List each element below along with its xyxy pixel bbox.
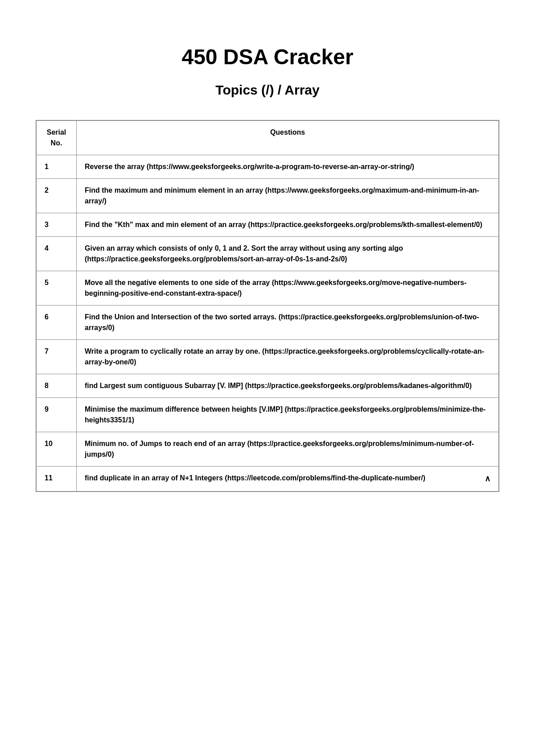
cell-question[interactable]: Find the Union and Intersection of the t… bbox=[77, 306, 499, 340]
table-row: 6Find the Union and Intersection of the … bbox=[37, 306, 499, 340]
page-title: 450 DSA Cracker bbox=[36, 45, 499, 69]
table-row: 1Reverse the array (https://www.geeksfor… bbox=[37, 155, 499, 179]
table-row: 9Minimise the maximum difference between… bbox=[37, 398, 499, 432]
table-row: 8find Largest sum contiguous Subarray [V… bbox=[37, 374, 499, 398]
cell-question[interactable]: Find the "Kth" max and min element of an… bbox=[77, 213, 499, 237]
cell-question[interactable]: find duplicate in an array of N+1 Intege… bbox=[77, 467, 499, 492]
table-header-row: Serial No. Questions bbox=[37, 121, 499, 155]
scroll-up-icon[interactable]: ∧ bbox=[485, 473, 490, 485]
cell-question[interactable]: Find the maximum and minimum element in … bbox=[77, 179, 499, 213]
cell-serial: 10 bbox=[37, 432, 77, 467]
table-row: 10Minimum no. of Jumps to reach end of a… bbox=[37, 432, 499, 467]
table-row: 4Given an array which consists of only 0… bbox=[37, 237, 499, 271]
questions-table-container: Serial No. Questions 1Reverse the array … bbox=[36, 120, 499, 492]
header-serial: Serial No. bbox=[37, 121, 77, 155]
cell-serial: 4 bbox=[37, 237, 77, 271]
cell-serial: 1 bbox=[37, 155, 77, 179]
cell-question[interactable]: Reverse the array (https://www.geeksforg… bbox=[77, 155, 499, 179]
table-row: 5Move all the negative elements to one s… bbox=[37, 271, 499, 306]
cell-question[interactable]: Given an array which consists of only 0,… bbox=[77, 237, 499, 271]
cell-serial: 3 bbox=[37, 213, 77, 237]
table-row: 3Find the "Kth" max and min element of a… bbox=[37, 213, 499, 237]
header-questions: Questions bbox=[77, 121, 499, 155]
table-row: 7Write a program to cyclically rotate an… bbox=[37, 340, 499, 374]
cell-question[interactable]: Minimum no. of Jumps to reach end of an … bbox=[77, 432, 499, 467]
cell-question[interactable]: Minimise the maximum difference between … bbox=[77, 398, 499, 432]
cell-serial: 5 bbox=[37, 271, 77, 306]
cell-serial: 8 bbox=[37, 374, 77, 398]
cell-serial: 7 bbox=[37, 340, 77, 374]
cell-serial: 2 bbox=[37, 179, 77, 213]
cell-question[interactable]: find Largest sum contiguous Subarray [V.… bbox=[77, 374, 499, 398]
table-row: 2Find the maximum and minimum element in… bbox=[37, 179, 499, 213]
cell-serial: 6 bbox=[37, 306, 77, 340]
cell-serial: 11 bbox=[37, 467, 77, 492]
table-row: 11find duplicate in an array of N+1 Inte… bbox=[37, 467, 499, 492]
questions-table: Serial No. Questions 1Reverse the array … bbox=[36, 120, 499, 492]
cell-question[interactable]: Move all the negative elements to one si… bbox=[77, 271, 499, 306]
cell-serial: 9 bbox=[37, 398, 77, 432]
page-subtitle: Topics (/) / Array bbox=[36, 83, 499, 98]
cell-question[interactable]: Write a program to cyclically rotate an … bbox=[77, 340, 499, 374]
